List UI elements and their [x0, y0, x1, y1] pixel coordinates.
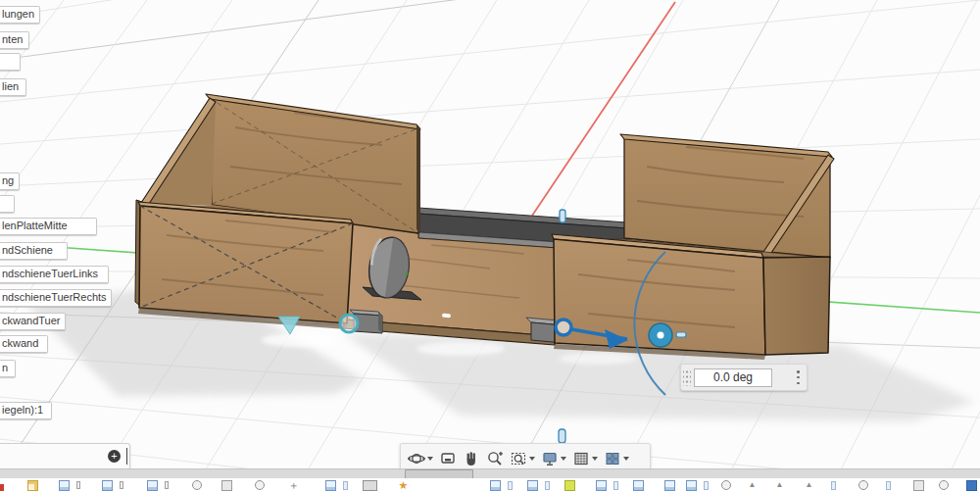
timeline-feature-blue-icon[interactable] [633, 480, 644, 491]
timeline-feature-sketch-icon[interactable] [27, 480, 38, 491]
fusion-viewport: { "sidebar": { "labels": [ {"text":"lung… [0, 0, 980, 491]
timeline-feature-blue-icon[interactable] [490, 480, 501, 491]
timeline-feature-tri-icon[interactable]: ▲ [774, 480, 785, 491]
browser-label-text: nten [2, 33, 23, 45]
timeline-feature-circle-icon[interactable] [939, 480, 949, 490]
chevron-down-icon[interactable] [561, 457, 566, 461]
right-box[interactable] [552, 134, 834, 360]
browser-label[interactable]: ckwand [0, 335, 48, 353]
browser-label-text: ng [2, 174, 14, 186]
rotation-angle-input[interactable] [694, 368, 772, 387]
pan-button[interactable] [461, 447, 482, 470]
zoom-magnifier-icon [486, 450, 504, 467]
pivot-ring-icon[interactable] [556, 319, 571, 335]
orbit-icon [408, 450, 425, 467]
rotation-value-panel [680, 364, 808, 391]
snap-dash-icon[interactable] [676, 332, 686, 337]
timeline-feature-blue-icon[interactable] [527, 480, 538, 491]
viewports-button[interactable] [602, 447, 631, 470]
timeline-feature-half-icon[interactable] [831, 481, 836, 490]
browser-label[interactable]: lien [0, 78, 26, 96]
viewports-icon [604, 450, 621, 467]
timeline-feature-tag-icon[interactable] [120, 481, 123, 489]
browser-label-text: ckwandTuer [2, 315, 61, 326]
timeline-feature-tri-icon[interactable]: ▲ [804, 480, 814, 491]
browser-label[interactable]: ng [0, 172, 20, 190]
timeline-feature-sel-icon[interactable] [564, 480, 575, 491]
timeline-feature-blue-icon[interactable] [59, 480, 70, 491]
text-caret [126, 448, 128, 465]
timeline-feature-half-icon[interactable] [508, 481, 513, 490]
browser-label[interactable]: ckwandTuer [0, 313, 66, 330]
timeline-marker [0, 484, 4, 491]
timeline-feature-tag-icon[interactable] [76, 481, 80, 489]
left-box-door[interactable] [138, 202, 353, 323]
scene-canvas[interactable] [0, 0, 980, 491]
browser-label[interactable]: ndschieneTuerRechts [0, 289, 112, 307]
snap-ring-icon[interactable] [340, 315, 358, 332]
timeline-feature-circle-icon[interactable] [192, 480, 202, 490]
timeline-feature-circle-icon[interactable] [255, 480, 265, 490]
timeline-feature-half-icon[interactable] [886, 481, 891, 490]
add-comment-icon[interactable]: + [108, 450, 121, 463]
browser-label[interactable]: lenPlatteMitte [0, 218, 97, 235]
browser-label-text: lungen [2, 8, 34, 20]
timeline-feature-graybox-icon[interactable] [363, 480, 377, 491]
timeline-feature-gray-icon[interactable] [221, 480, 232, 491]
browser-label-text: ndSchiene [2, 244, 53, 256]
display-settings-button[interactable] [539, 447, 568, 470]
browser-label-text: ndschieneTuerRechts [2, 291, 107, 303]
fit-button[interactable] [508, 447, 537, 470]
timeline-feature-plus-icon[interactable]: ＋ [288, 480, 299, 491]
chevron-down-icon[interactable] [427, 457, 433, 461]
chevron-down-icon[interactable] [529, 457, 535, 461]
browser-label[interactable]: ndSchiene [0, 242, 68, 260]
timeline-feature-blue-icon[interactable] [596, 480, 607, 491]
model-bodies[interactable] [135, 94, 834, 360]
timeline-feature-star-icon[interactable]: ★ [398, 480, 409, 491]
browser-label[interactable]: nten [0, 31, 29, 49]
browser-label[interactable]: ndschieneTuerLinks [0, 266, 109, 283]
joint-flag-icon [559, 429, 565, 443]
pan-hand-icon [463, 450, 480, 467]
timeline-feature-circle-icon[interactable] [858, 480, 868, 490]
timeline-feature-blue-icon[interactable] [686, 480, 697, 491]
timeline-feature-solidblue-icon[interactable] [966, 480, 977, 491]
display-settings-icon [541, 450, 559, 467]
timeline-icons: ＋★▲▲▲ [0, 478, 980, 491]
timeline-feature-half-icon[interactable] [613, 481, 618, 490]
browser-label-text: n [2, 362, 8, 373]
timeline-feature-circle-icon[interactable] [721, 480, 731, 490]
browser-label[interactable] [0, 53, 21, 71]
grid-snaps-button[interactable] [570, 447, 600, 470]
timeline-feature-blue-icon[interactable] [102, 480, 113, 491]
timeline-feature-blue-icon[interactable] [664, 480, 675, 491]
joint-flag-icon [560, 210, 565, 222]
timeline-feature-half-icon[interactable] [704, 481, 709, 490]
chevron-down-icon[interactable] [623, 457, 629, 461]
browser-label[interactable]: iegeln):1 [0, 402, 52, 419]
timeline-feature-tag-icon[interactable] [165, 481, 169, 489]
fit-icon [510, 450, 527, 467]
browser-label[interactable] [0, 195, 15, 213]
kebab-menu-icon[interactable] [797, 370, 801, 384]
browser-label-text: ckwand [2, 337, 38, 349]
timeline-feature-tri-icon[interactable]: ▲ [747, 480, 758, 491]
timeline-feature-blue-icon[interactable] [325, 480, 336, 491]
drag-dots-icon[interactable] [683, 368, 691, 386]
timeline-feature-half-icon[interactable] [545, 481, 550, 490]
look-at-icon [439, 450, 457, 467]
browser-label-text: lenPlatteMitte [2, 220, 68, 231]
browser-label[interactable]: n [0, 360, 16, 377]
zoom-button[interactable] [484, 447, 506, 470]
comment-bar[interactable]: + [0, 443, 130, 470]
browser-label-text: iegeln):1 [2, 404, 43, 416]
grid-icon [572, 450, 590, 467]
browser-label[interactable]: lungen [0, 6, 40, 24]
timeline-feature-half-icon[interactable] [343, 481, 348, 490]
look-at-button[interactable] [437, 447, 459, 470]
timeline-feature-blue-icon[interactable] [147, 480, 158, 491]
orbit-button[interactable] [406, 447, 435, 470]
chevron-down-icon[interactable] [592, 457, 598, 461]
timeline-feature-gray-icon[interactable] [913, 480, 924, 491]
